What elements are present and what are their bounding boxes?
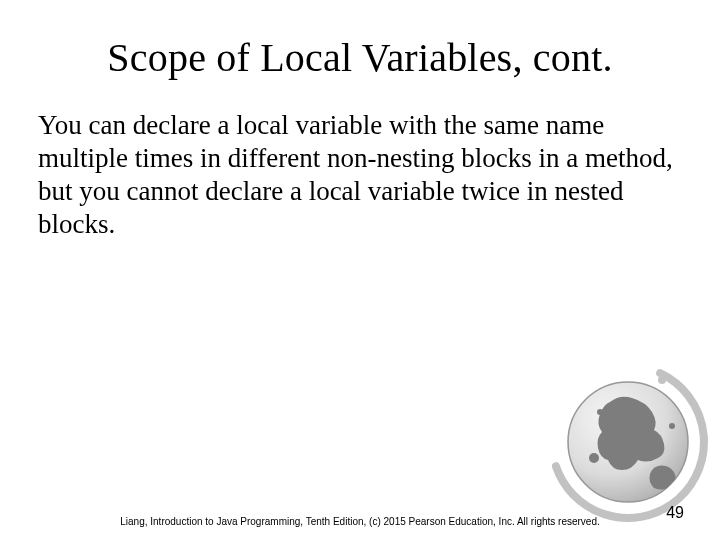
slide-title: Scope of Local Variables, cont. [36, 34, 684, 81]
svg-point-5 [658, 376, 666, 384]
svg-point-3 [597, 409, 603, 415]
slide-footer: Liang, Introduction to Java Programming,… [0, 516, 720, 529]
globe-icon [540, 354, 710, 524]
slide: Scope of Local Variables, cont. You can … [0, 0, 720, 540]
svg-point-4 [669, 423, 675, 429]
svg-point-2 [589, 453, 599, 463]
slide-body-text: You can declare a local variable with th… [36, 109, 684, 241]
page-number: 49 [666, 504, 684, 522]
